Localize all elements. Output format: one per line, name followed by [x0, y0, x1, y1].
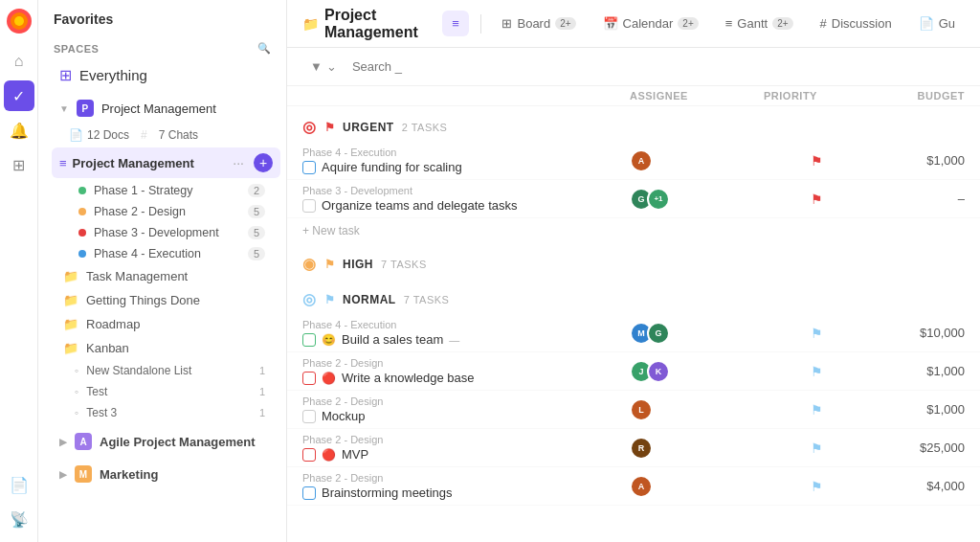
app-logo: [6, 8, 33, 34]
main-content: 📁 Project Management ≡ ⊞ Board 2+ 📅 Cale…: [287, 0, 980, 542]
list-view-tab[interactable]: ≡: [442, 11, 469, 36]
add-button[interactable]: +: [254, 153, 273, 172]
high-flag-icon: ⚑: [324, 258, 336, 271]
task-budget: $4,000: [869, 479, 965, 493]
normal-status-icon: ◎: [302, 290, 317, 308]
sidebar-item-project-management-toggle[interactable]: ▼ P Project Management: [44, 94, 280, 123]
page-icon[interactable]: 📄: [4, 469, 34, 500]
task-checkbox[interactable]: [302, 448, 316, 462]
task-list: ASSIGNEE PRIORITY BUDGET ◎ ⚑ URGENT 2 TA…: [287, 86, 980, 542]
task-budget: $25,000: [869, 440, 965, 455]
wifi-icon[interactable]: 📡: [4, 504, 34, 534]
priority-flag-icon: ⚑: [811, 192, 823, 207]
getting-things-done-folder[interactable]: 📁 Getting Things Done: [44, 288, 280, 312]
avatar-2: +1: [647, 188, 670, 211]
high-section-header[interactable]: ◉ ⚑ HIGH 7 TASKS: [287, 243, 980, 279]
phase-count: 5: [248, 247, 265, 260]
standalone-list-item[interactable]: ◦ New Standalone List 1: [44, 360, 280, 381]
task-assignees: A: [630, 475, 764, 498]
sidebar-section-spaces: Spaces 🔍: [38, 34, 286, 58]
normal-section-header[interactable]: ◎ ⚑ NORMAL 7 TASKS: [287, 279, 980, 314]
sidebar-phase-item[interactable]: Phase 2 - Design 5: [44, 201, 280, 222]
search-spaces-icon[interactable]: 🔍: [257, 42, 272, 55]
task-row[interactable]: Phase 2 - Design Brainstorming meetings …: [287, 467, 980, 506]
sidebar-docs-item[interactable]: 📄 12 Docs: [69, 128, 129, 142]
task-name: Aquire funding for scaling: [302, 160, 630, 174]
marketing-space-header[interactable]: ▶ M Marketing: [44, 460, 280, 488]
task-management-folder[interactable]: 📁 Task Management: [44, 264, 280, 288]
more-options-icon[interactable]: ···: [229, 153, 248, 172]
priority-col-header: PRIORITY: [764, 90, 869, 102]
task-budget: –: [869, 192, 965, 206]
urgent-section-header[interactable]: ◎ ⚑ URGENT 2 TASKS: [287, 106, 980, 142]
test3-list-item[interactable]: ◦ Test 3 1: [44, 402, 280, 423]
task-col-header: [302, 90, 630, 102]
avatar: A: [630, 475, 653, 498]
task-row[interactable]: Phase 4 - Execution 😊 Build a sales team…: [287, 314, 980, 352]
task-checkbox[interactable]: [302, 486, 316, 500]
discussion-tab[interactable]: # Discussion: [811, 11, 902, 36]
filter-button[interactable]: ▼ ⌄: [302, 56, 345, 78]
grid-small-icon: ⊞: [59, 66, 72, 84]
search-input[interactable]: [352, 59, 965, 74]
folder-icon-2: 📁: [63, 293, 78, 307]
test3-count: 1: [259, 407, 265, 418]
home-icon[interactable]: ⌂: [4, 46, 34, 77]
sidebar-phase-item[interactable]: Phase 4 - Execution 5: [44, 243, 280, 264]
sidebar-item-everything[interactable]: ⊞ Everything: [44, 60, 280, 90]
marketing-space-icon: M: [75, 465, 92, 483]
task-priority: ⚑: [764, 153, 869, 169]
sidebar-phase-item[interactable]: Phase 1 - Strategy 2: [44, 180, 280, 201]
topbar: 📁 Project Management ≡ ⊞ Board 2+ 📅 Cale…: [287, 0, 980, 48]
task-phase: Phase 3 - Development: [302, 185, 630, 196]
priority-flag-icon: ⚑: [811, 364, 823, 379]
gantt-icon: ≡: [725, 16, 733, 31]
task-assignees: R: [630, 437, 764, 460]
kanban-folder[interactable]: 📁 Kanban: [44, 336, 280, 360]
guide-tab[interactable]: 📄 Gu: [909, 11, 965, 36]
priority-flag-icon: ⚑: [811, 326, 823, 341]
priority-flag-icon: ⚑: [811, 440, 823, 456]
gantt-badge: 2+: [772, 17, 792, 30]
phase-dot-icon: [78, 187, 86, 194]
task-checkbox[interactable]: [302, 199, 316, 213]
task-checkbox[interactable]: [302, 333, 316, 347]
task-row[interactable]: Phase 2 - Design Mockup L ⚑ $1,000: [287, 391, 980, 429]
phase-count: 5: [248, 205, 265, 218]
new-task-urgent[interactable]: + New task: [287, 218, 980, 243]
sidebar-phase-item[interactable]: Phase 3 - Development 5: [44, 222, 280, 243]
board-icon: ⊞: [501, 16, 512, 31]
calendar-badge: 2+: [678, 17, 698, 30]
task-row[interactable]: Phase 3 - Development Organize teams and…: [287, 180, 980, 218]
task-name: 🔴 MVP: [302, 447, 630, 462]
board-tab[interactable]: ⊞ Board 2+: [492, 11, 585, 36]
test-list-item[interactable]: ◦ Test 1: [44, 381, 280, 402]
task-priority: ⚑: [764, 364, 869, 379]
check-icon[interactable]: ✓: [4, 80, 34, 111]
calendar-tab[interactable]: 📅 Calendar 2+: [593, 11, 708, 36]
roadmap-folder[interactable]: 📁 Roadmap: [44, 312, 280, 336]
bell-icon[interactable]: 🔔: [4, 115, 34, 146]
task-row[interactable]: Phase 4 - Execution Aquire funding for s…: [287, 142, 980, 180]
budget-col-header: BUDGET: [869, 90, 965, 102]
task-priority: ⚑: [764, 192, 869, 207]
grid-icon[interactable]: ⊞: [4, 149, 34, 180]
sidebar-chats-item[interactable]: 7 Chats: [159, 128, 198, 142]
sidebar-active-pm[interactable]: ≡ Project Management ··· +: [52, 147, 280, 178]
list-bullet-icon: ◦: [75, 364, 78, 377]
high-label: HIGH: [343, 258, 373, 271]
urgent-label: URGENT: [343, 121, 394, 134]
task-row[interactable]: Phase 2 - Design 🔴 MVP R ⚑ $25,000: [287, 429, 980, 467]
task-row[interactable]: Phase 2 - Design 🔴 Write a knowledge bas…: [287, 352, 980, 391]
task-checkbox[interactable]: [302, 372, 316, 385]
task-checkbox[interactable]: [302, 161, 316, 174]
agile-space-header[interactable]: ▶ A Agile Project Management: [44, 427, 280, 456]
sidebar: Favorites Spaces 🔍 ⊞ Everything ▼ P Proj…: [38, 0, 287, 542]
priority-flag-icon: ⚑: [811, 153, 823, 169]
standalone-count: 1: [259, 365, 265, 376]
assignee-col-header: ASSIGNEE: [630, 90, 764, 102]
gantt-tab[interactable]: ≡ Gantt 2+: [716, 11, 803, 36]
discussion-icon: #: [820, 16, 827, 31]
task-checkbox[interactable]: [302, 410, 316, 423]
task-assignees: J K: [630, 360, 764, 383]
